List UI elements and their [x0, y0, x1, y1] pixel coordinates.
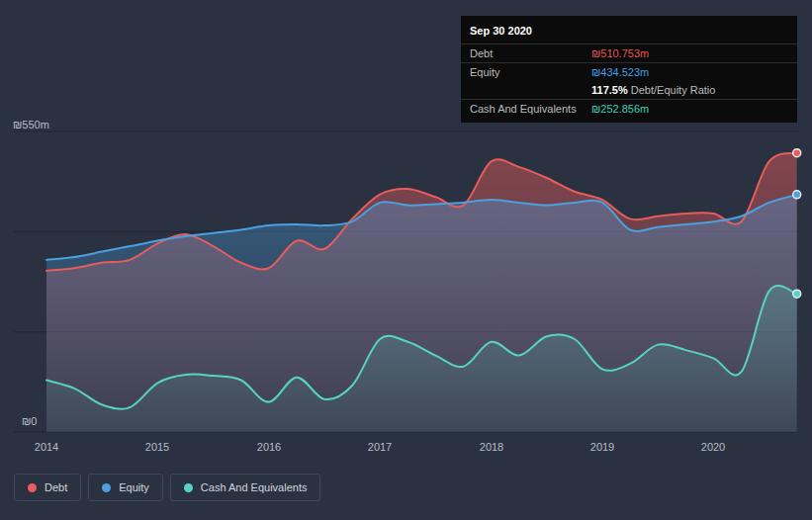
x-tick-2016: 2016: [257, 441, 281, 453]
legend-item-equity[interactable]: Equity: [88, 474, 163, 501]
tooltip-ratio-value: 117.5% Debt/Equity Ratio: [591, 84, 715, 96]
tooltip-row-ratio: 117.5% Debt/Equity Ratio: [461, 81, 797, 99]
x-tick-2020: 2020: [701, 441, 725, 453]
tooltip-row-debt: Debt ₪510.753m: [461, 43, 797, 62]
tooltip-row-equity: Equity ₪434.523m: [461, 62, 797, 81]
legend-debt-label: Debt: [45, 481, 67, 493]
legend-item-cash[interactable]: Cash And Equivalents: [170, 474, 321, 501]
x-tick-2018: 2018: [480, 441, 503, 453]
x-tick-2017: 2017: [368, 441, 392, 453]
chart-legend: Debt Equity Cash And Equivalents: [14, 474, 320, 501]
debt-dot-icon: [28, 483, 37, 492]
ratio-label: Debt/Equity Ratio: [631, 84, 716, 96]
legend-cash-label: Cash And Equivalents: [201, 481, 308, 493]
x-tick-2014: 2014: [35, 441, 58, 453]
tooltip-cash-label: Cash And Equivalents: [470, 103, 591, 115]
y-axis-label-bottom: ₪0: [22, 415, 37, 427]
x-tick-2015: 2015: [145, 441, 169, 453]
tooltip-row-cash: Cash And Equivalents ₪252.856m: [461, 99, 797, 118]
equity-dot-icon: [102, 483, 111, 492]
tooltip-debt-label: Debt: [470, 47, 591, 59]
cash-dot-icon: [184, 483, 193, 492]
chart-tooltip: Sep 30 2020 Debt ₪510.753m Equity ₪434.5…: [461, 16, 797, 123]
tooltip-debt-value: ₪510.753m: [591, 47, 649, 59]
x-axis: 2014 2015 2016 2017 2018 2019 2020: [0, 441, 812, 457]
tooltip-equity-label: Equity: [470, 66, 591, 78]
ratio-number: 117.5%: [591, 84, 628, 96]
x-tick-2019: 2019: [590, 441, 614, 453]
tooltip-date: Sep 30 2020: [461, 19, 797, 43]
tooltip-equity-value: ₪434.523m: [591, 66, 649, 78]
tooltip-cash-value: ₪252.856m: [591, 103, 649, 115]
legend-equity-label: Equity: [119, 481, 149, 493]
y-axis-label-top: ₪550m: [13, 119, 49, 130]
legend-item-debt[interactable]: Debt: [14, 474, 81, 501]
debt-equity-history-chart: ₪550m ₪0 2014 2015 2016 2017 2018 2019 2…: [0, 0, 812, 520]
